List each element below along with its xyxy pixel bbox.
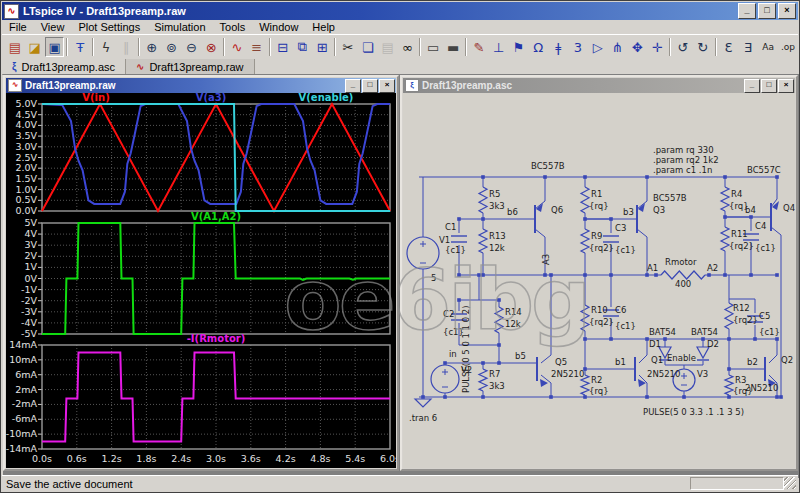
schematic-label: Rmotor [665, 257, 697, 267]
drag-icon[interactable]: ✛ [647, 37, 667, 57]
schematic-label: R2 [591, 375, 602, 385]
schematic-label: Q5 [555, 357, 567, 367]
schematic-window-titlebar[interactable]: ξ Draft13preamp.asc _ □ × [403, 78, 795, 93]
plot-title-V(in)[interactable]: V(in) [82, 93, 109, 103]
undo-icon[interactable]: ↺ [673, 37, 693, 57]
minimize-button[interactable]: _ [738, 3, 756, 19]
schem-minimize-button[interactable]: _ [744, 79, 760, 93]
find-icon[interactable]: ∞ [398, 37, 418, 57]
toolbar-separator [669, 38, 671, 56]
schematic-label: {c1} [615, 321, 636, 331]
svg-text:-1V: -1V [21, 284, 37, 295]
menu-window[interactable]: Window [252, 21, 305, 33]
svg-text:4.8s: 4.8s [310, 453, 330, 464]
schematic-label: .param rq2 1k2 [653, 155, 719, 165]
schematic-label: C1 [445, 222, 456, 232]
waveform-doc-icon: ∿ [8, 79, 22, 92]
toolbar-separator [92, 38, 94, 56]
print-setup-icon[interactable]: ▭ [423, 37, 443, 57]
tab-draft13preamp-raw[interactable]: ∿Draft13preamp.raw [126, 59, 255, 74]
svg-text:1.2s: 1.2s [102, 453, 122, 464]
svg-text:3.5V: 3.5V [15, 130, 37, 141]
zoom-out-icon[interactable]: ⊖ [181, 37, 201, 57]
waveform-window-titlebar[interactable]: ∿ Draft13preamp.raw _ □ × [6, 78, 396, 93]
maximize-button[interactable]: □ [758, 3, 776, 19]
toolbar-separator [419, 38, 421, 56]
svg-text:6.0s: 6.0s [380, 453, 396, 464]
waveform-plot-area[interactable]: 5.0V4.5V4.0V3.5V3.0V2.5V2.0V1.5V1.0V0.5V… [6, 93, 396, 468]
toolbar: ▤◪▣Ŧϟ∥⊕⊚⊖⊗∿≡⊟⧉⊞✂❏▤∞▭▬✎⊥⚑Ωǂ3▷⋔✥✛↺↻ƐƎAa.op [2, 34, 798, 60]
menu-help[interactable]: Help [305, 21, 342, 33]
tab-draft13preamp-asc[interactable]: ξDraft13preamp.asc [2, 59, 126, 74]
diode-icon[interactable]: ▷ [588, 37, 608, 57]
rotate-icon[interactable]: Ɛ [719, 37, 739, 57]
plot-title--I(Rmotor)[interactable]: -I(Rmotor) [187, 333, 246, 344]
ltspice-window: ∿ LTspice IV - Draft13preamp.raw _ □ × F… [0, 0, 800, 493]
cascade-windows-icon[interactable]: ⧉ [293, 37, 313, 57]
copy-icon[interactable]: ❏ [358, 37, 378, 57]
zoom-in-icon[interactable]: ⊕ [142, 37, 162, 57]
menu-file[interactable]: File [2, 21, 34, 33]
schematic-label: C5 [759, 311, 770, 321]
zoom-full-extents-icon[interactable]: ⊗ [201, 37, 221, 57]
resistor-symbol [581, 229, 589, 253]
inductor-icon[interactable]: 3 [568, 37, 588, 57]
schematic-label: b5 [515, 351, 526, 361]
resistor-symbol [479, 187, 487, 213]
new-schematic-icon[interactable]: ▤ [5, 37, 25, 57]
print-icon[interactable]: ▬ [443, 37, 463, 57]
net-label-icon[interactable]: ⚑ [509, 37, 529, 57]
zoom-area-icon[interactable]: ⊚ [162, 37, 182, 57]
mirror-icon[interactable]: Ǝ [738, 37, 758, 57]
resize-grip[interactable] [784, 477, 796, 489]
schematic-label: b4 [745, 205, 756, 215]
resistor-symbol [721, 187, 729, 211]
wave-close-button[interactable]: × [379, 79, 395, 93]
menu-view[interactable]: View [34, 21, 72, 33]
spice-netlist-icon[interactable]: ≡ [247, 37, 267, 57]
save-icon[interactable]: ▣ [45, 37, 65, 57]
redo-icon[interactable]: ↻ [693, 37, 713, 57]
draw-wire-icon[interactable]: ✎ [469, 37, 489, 57]
plot-title-V(enable)[interactable]: V(enable) [299, 93, 354, 103]
svg-text:2mA: 2mA [15, 384, 37, 395]
resistor-symbol [495, 307, 503, 333]
plot-settings-icon[interactable]: ∿ [227, 37, 247, 57]
run-icon[interactable]: ϟ [96, 37, 116, 57]
tile-horizontal-icon[interactable]: ⊟ [273, 37, 293, 57]
status-bar: Save the active document [2, 475, 798, 491]
halt-icon: ∥ [116, 37, 136, 57]
plot-title-V(A1,A2)[interactable]: V(A1,A2) [191, 211, 241, 222]
schematic-label: 12k [489, 243, 505, 253]
status-secondary-pane [690, 477, 784, 490]
resistor-icon[interactable]: Ω [528, 37, 548, 57]
wave-minimize-button[interactable]: _ [345, 79, 361, 93]
schematic-label: D2 [707, 339, 719, 349]
close-button[interactable]: × [778, 3, 796, 19]
tile-vertical-icon[interactable]: ⊞ [312, 37, 332, 57]
svg-text:1.0V: 1.0V [15, 184, 37, 195]
menu-tools[interactable]: Tools [213, 21, 253, 33]
schematic-label: in [449, 349, 457, 359]
schematic-label: Q3 [653, 205, 665, 215]
open-file-icon[interactable]: ◪ [25, 37, 45, 57]
spice-directive-icon[interactable]: .op [778, 37, 798, 57]
menu-plot-settings[interactable]: Plot Settings [71, 21, 147, 33]
wave-maximize-button[interactable]: □ [362, 79, 378, 93]
svg-text:0V: 0V [24, 273, 37, 284]
ground-icon[interactable]: ⊥ [489, 37, 509, 57]
svg-text:-5V: -5V [21, 328, 37, 339]
menu-simulation[interactable]: Simulation [147, 21, 212, 33]
schematic-canvas[interactable]: .param rq 330.param rq2 1k2.param c1 .1n… [403, 93, 795, 468]
plot-title-V(a3)[interactable]: V(a3) [196, 93, 227, 103]
svg-text:1.5V: 1.5V [15, 173, 37, 184]
schem-close-button[interactable]: × [778, 79, 794, 93]
schematic-label: Q1 [651, 355, 663, 365]
cut-icon[interactable]: ✂ [338, 37, 358, 57]
control-panel-icon[interactable]: Ŧ [70, 37, 90, 57]
schem-maximize-button[interactable]: □ [761, 79, 777, 93]
move-icon[interactable]: ✥ [627, 37, 647, 57]
capacitor-icon[interactable]: ǂ [548, 37, 568, 57]
text-icon[interactable]: Aa [758, 37, 778, 57]
bjt-icon[interactable]: ⋔ [608, 37, 628, 57]
